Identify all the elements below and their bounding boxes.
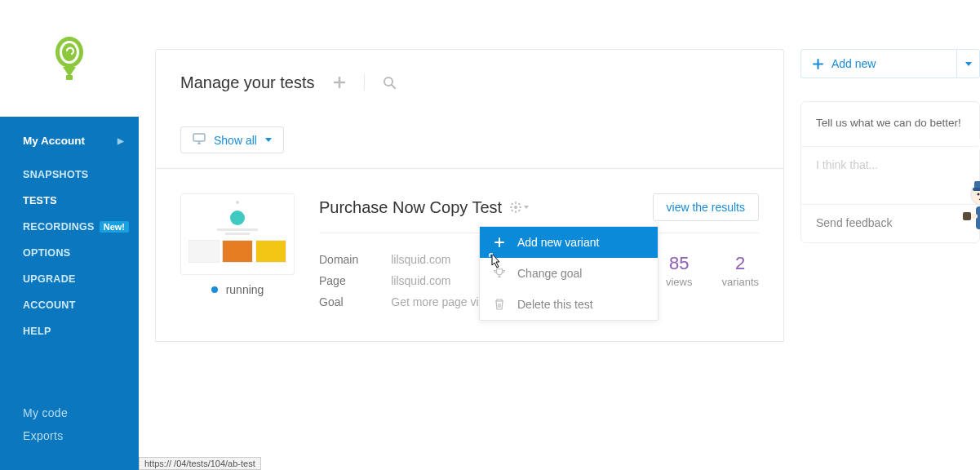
svg-point-2 (62, 43, 77, 61)
dropdown-label: Change goal (517, 267, 582, 280)
feedback-card: Tell us what we can do better! I think t… (800, 101, 980, 243)
caret-down-icon (524, 206, 529, 209)
send-feedback-button[interactable]: Send feedback (816, 216, 964, 229)
show-all-dropdown[interactable]: Show all (180, 126, 284, 153)
view-results-button[interactable]: view the results (653, 193, 759, 221)
stat-variants: 2 variants (721, 253, 759, 308)
divider (801, 146, 979, 147)
sidebar-nav: My Account ▶ SNAPSHOTS TESTS RECORDINGS … (0, 117, 139, 470)
browser-status-bar: https:// /04/tests/104/ab-test (139, 457, 261, 470)
svg-rect-14 (518, 209, 521, 211)
svg-rect-23 (963, 212, 971, 220)
show-all-label: Show all (214, 134, 257, 147)
add-new-button[interactable]: Add new (801, 50, 956, 78)
svg-rect-7 (515, 202, 517, 204)
add-test-button[interactable] (330, 73, 349, 92)
svg-point-19 (978, 193, 980, 196)
page-header: Manage your tests (155, 49, 784, 112)
logo[interactable] (53, 34, 86, 83)
right-rail: Add new Tell us what we can do better! I… (800, 0, 980, 470)
sidebar-item-tests[interactable]: TESTS (0, 188, 139, 214)
status-label: running (226, 283, 264, 296)
main-content: Manage your tests Show all (139, 0, 800, 470)
feedback-prompt: Tell us what we can do better! (816, 115, 964, 131)
add-new-caret-button[interactable] (956, 50, 979, 78)
sidebar-item-recordings[interactable]: RECORDINGS New! (0, 214, 139, 240)
add-new-split-button: Add new (800, 49, 980, 78)
test-status: running (180, 283, 295, 296)
trophy-icon (493, 268, 506, 279)
trash-icon (493, 299, 506, 310)
variants-label: variants (721, 276, 759, 288)
svg-rect-8 (515, 211, 517, 213)
svg-rect-11 (511, 203, 513, 206)
meta-label-goal: Goal (319, 295, 358, 308)
divider (364, 74, 365, 91)
meta-value-domain: lilsquid.com (391, 253, 485, 266)
add-new-label: Add new (831, 57, 876, 70)
test-actions-dropdown: Add new variant Change goal Delete this … (479, 226, 659, 321)
meta-value-page: lilsquid.com (391, 274, 485, 287)
sidebar-my-account[interactable]: My Account ▶ (0, 125, 139, 162)
caret-down-icon (965, 62, 972, 66)
test-title: Purchase Now Copy Test (319, 198, 502, 217)
svg-rect-3 (66, 75, 73, 80)
gear-icon (510, 202, 521, 213)
status-dot-icon (211, 286, 218, 293)
dropdown-label: Delete this test (517, 298, 593, 311)
sidebar-item-exports[interactable]: Exports (0, 424, 139, 447)
feedback-input[interactable]: I think that... (816, 158, 964, 171)
sidebar-item-my-code[interactable]: My code (0, 401, 139, 424)
test-row: running Purchase Now Copy Test view the … (155, 169, 784, 342)
svg-rect-10 (520, 206, 522, 208)
dropdown-item-add-variant[interactable]: Add new variant (480, 227, 658, 258)
meta-label-page: Page (319, 274, 358, 287)
test-thumbnail[interactable] (180, 193, 295, 275)
my-account-label: My Account (23, 135, 85, 147)
logo-area (0, 0, 139, 117)
views-label: views (666, 276, 693, 288)
dropdown-item-change-goal[interactable]: Change goal (480, 258, 658, 289)
sidebar-item-account[interactable]: ACCOUNT (0, 292, 139, 318)
monitor-icon (193, 133, 206, 147)
mascot-illustration (960, 180, 980, 237)
test-meta: Domain Page Goal lilsquid.com lilsquid.c… (319, 253, 485, 308)
chevron-right-icon: ▶ (118, 136, 124, 145)
test-info: Purchase Now Copy Test view the results … (319, 193, 759, 308)
svg-rect-5 (193, 134, 205, 141)
toolbar: Show all (155, 112, 784, 169)
sidebar-item-upgrade[interactable]: UPGRADE (0, 266, 139, 292)
variants-count: 2 (721, 253, 759, 274)
sidebar-item-help[interactable]: HELP (0, 318, 139, 344)
dropdown-item-delete-test[interactable]: Delete this test (480, 289, 658, 320)
meta-value-goal: Get more page vie (391, 295, 485, 308)
sidebar: My Account ▶ SNAPSHOTS TESTS RECORDINGS … (0, 0, 139, 470)
svg-rect-9 (510, 206, 512, 208)
svg-point-6 (514, 206, 517, 209)
test-stats: 85 views 2 variants (666, 253, 759, 308)
stat-views: 85 views (666, 253, 693, 308)
search-button[interactable] (379, 73, 399, 92)
divider (801, 204, 979, 205)
plus-icon (493, 237, 506, 247)
test-thumbnail-card: running (180, 193, 295, 308)
svg-rect-12 (518, 203, 521, 206)
sidebar-item-options[interactable]: OPTIONS (0, 240, 139, 266)
caret-down-icon (265, 138, 272, 142)
meta-label-domain: Domain (319, 253, 358, 266)
sidebar-item-snapshots[interactable]: SNAPSHOTS (0, 162, 139, 188)
svg-rect-13 (511, 209, 513, 211)
plus-icon (813, 59, 823, 69)
page-title: Manage your tests (180, 73, 315, 92)
test-settings-menu-button[interactable] (510, 202, 529, 213)
new-badge: New! (100, 221, 129, 233)
dropdown-label: Add new variant (517, 236, 599, 249)
svg-rect-18 (973, 188, 980, 191)
views-count: 85 (666, 253, 693, 274)
